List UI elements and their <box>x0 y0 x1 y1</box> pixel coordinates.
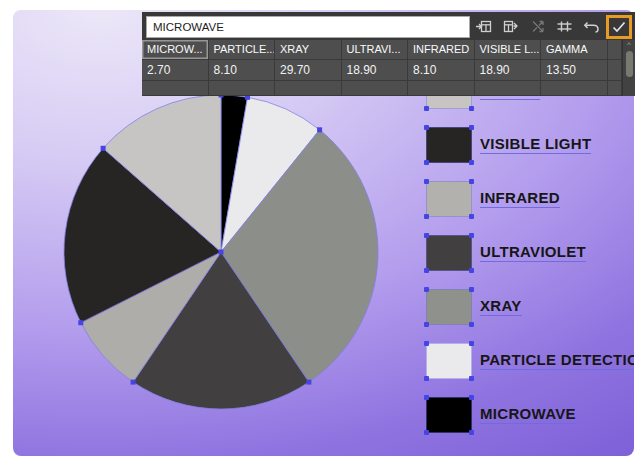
selection-handle[interactable] <box>469 214 474 219</box>
revert-icon[interactable] <box>578 16 605 38</box>
table-header-cell[interactable]: ULTRAVI... <box>342 40 409 60</box>
table-value-cell[interactable]: 8.10 <box>408 60 475 81</box>
table-value-cell[interactable]: 13.50 <box>541 60 608 81</box>
legend-label[interactable]: INFRARED <box>480 190 560 208</box>
apply-check-icon[interactable] <box>609 16 629 38</box>
selection-handle[interactable] <box>424 322 429 327</box>
selection-handle[interactable] <box>424 106 429 111</box>
selection-handle[interactable] <box>424 376 429 381</box>
legend-item[interactable]: INFRARED <box>426 181 560 217</box>
selection-handle[interactable] <box>424 125 429 130</box>
table-empty-cell[interactable] <box>475 81 542 96</box>
table-empty-cell[interactable] <box>209 81 276 96</box>
import-data-icon[interactable] <box>470 16 497 38</box>
selection-handle[interactable] <box>469 376 474 381</box>
legend-label[interactable]: PARTICLE DETECTION <box>480 352 634 370</box>
legend-item[interactable]: XRAY <box>426 289 522 325</box>
scrollbar-thumb[interactable] <box>626 51 633 77</box>
selection-handle[interactable] <box>469 233 474 238</box>
table-value-cell[interactable]: 29.70 <box>275 60 342 81</box>
table-header-stub <box>608 40 623 60</box>
table-value-cell[interactable]: 8.10 <box>209 60 276 81</box>
table-header-cell[interactable]: INFRARED <box>408 40 475 60</box>
table-header-cell[interactable]: VISIBLE L... <box>475 40 542 60</box>
table-value-stub <box>608 60 623 81</box>
selection-handle[interactable] <box>469 160 474 165</box>
table-header-cell[interactable]: PARTICLE... <box>209 40 276 60</box>
legend-swatch[interactable] <box>426 397 472 433</box>
cell-entry-input[interactable] <box>146 16 470 38</box>
legend-swatch[interactable] <box>426 289 472 325</box>
table-empty-cell[interactable] <box>541 81 608 96</box>
selection-handle[interactable] <box>424 179 429 184</box>
selection-handle[interactable] <box>469 430 474 435</box>
legend-label[interactable]: ULTRAVIOLET <box>480 244 586 262</box>
table-empty-cell[interactable] <box>275 81 342 96</box>
selection-handle[interactable] <box>469 322 474 327</box>
table-scrollbar[interactable]: ^ <box>622 40 635 96</box>
legend-item[interactable]: VISIBLE LIGHT <box>426 127 591 163</box>
legend-label[interactable]: XRAY <box>480 298 522 316</box>
table-empty-cell[interactable] <box>142 81 209 96</box>
cell-style-icon[interactable] <box>551 16 578 38</box>
table-header-cell[interactable]: MICROW... <box>142 40 209 60</box>
legend-item[interactable]: PARTICLE DETECTION <box>426 343 634 379</box>
selection-handle[interactable] <box>424 160 429 165</box>
legend-swatch[interactable] <box>426 181 472 217</box>
legend-label[interactable]: VISIBLE LIGHT <box>480 136 591 154</box>
selection-handle[interactable] <box>469 395 474 400</box>
legend-swatch[interactable] <box>426 127 472 163</box>
selection-handle[interactable] <box>469 341 474 346</box>
selection-handle[interactable] <box>424 233 429 238</box>
table-value-cell[interactable]: 18.90 <box>475 60 542 81</box>
selection-handle[interactable] <box>424 430 429 435</box>
graph-data-toolbar <box>142 12 635 40</box>
table-header-cell[interactable]: XRAY <box>275 40 342 60</box>
table-empty-cell[interactable] <box>408 81 475 96</box>
legend-item[interactable]: MICROWAVE <box>426 397 576 433</box>
selection-handle[interactable] <box>424 268 429 273</box>
legend-swatch[interactable] <box>426 235 472 271</box>
table-empty-cell[interactable] <box>342 81 409 96</box>
selection-handle[interactable] <box>469 179 474 184</box>
selection-handle[interactable] <box>469 106 474 111</box>
table-value-cell[interactable]: 2.70 <box>142 60 209 81</box>
table-empty-cell[interactable] <box>608 81 623 96</box>
table-header-cell[interactable]: GAMMA <box>541 40 608 60</box>
selection-handle[interactable] <box>424 287 429 292</box>
scroll-up-icon[interactable]: ^ <box>627 41 631 49</box>
selection-handle[interactable] <box>469 125 474 130</box>
selection-handle[interactable] <box>469 268 474 273</box>
legend-label[interactable]: MICROWAVE <box>480 406 576 424</box>
selection-handle[interactable] <box>424 395 429 400</box>
switch-xy-icon <box>524 16 551 38</box>
graph-data-panel: MICROW...PARTICLE...XRAYULTRAVI...INFRAR… <box>142 12 635 96</box>
selection-handle[interactable] <box>424 341 429 346</box>
selection-handle[interactable] <box>424 214 429 219</box>
legend-swatch[interactable] <box>426 343 472 379</box>
graph-data-table[interactable]: MICROW...PARTICLE...XRAYULTRAVI...INFRAR… <box>142 40 622 96</box>
apply-highlight-box <box>606 15 632 39</box>
transpose-row-column-icon[interactable] <box>497 16 524 38</box>
legend-item[interactable]: ULTRAVIOLET <box>426 235 586 271</box>
selection-handle[interactable] <box>469 287 474 292</box>
table-value-cell[interactable]: 18.90 <box>342 60 409 81</box>
